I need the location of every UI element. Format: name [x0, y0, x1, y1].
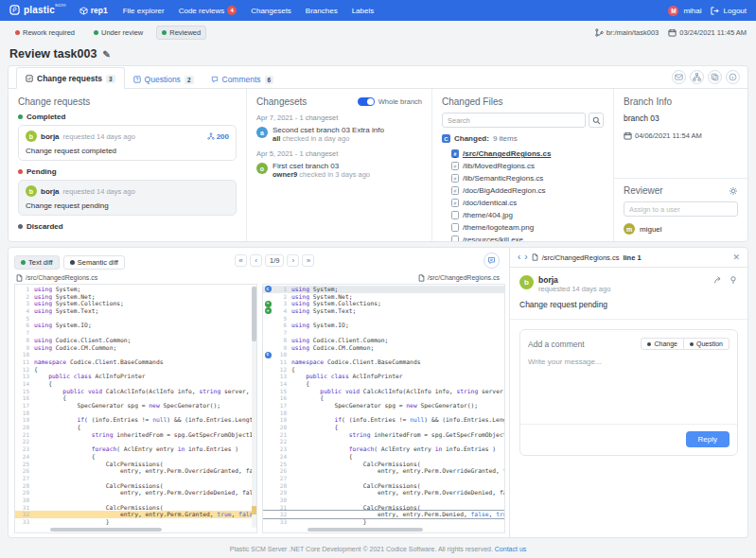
- line-number: 15: [273, 388, 291, 395]
- comments-panel-header: ‹ › /src/ChangedRegions.cs line 1 ✕: [510, 248, 747, 268]
- nav-labels[interactable]: Labels: [352, 6, 375, 15]
- type-question-button[interactable]: Question: [684, 338, 730, 350]
- message-icon[interactable]: [672, 70, 686, 84]
- lightbulb-icon[interactable]: [729, 275, 738, 285]
- status-under-review[interactable]: Under review: [88, 26, 149, 40]
- file-search-input[interactable]: [442, 113, 586, 128]
- change-requests-list: Completed b borja requested 14 days ago …: [18, 113, 237, 231]
- line-number: 3: [15, 300, 34, 307]
- changeset-item[interactable]: a Second cset branch 03 Extra info all c…: [256, 126, 422, 143]
- file-item[interactable]: /resources/kill.exe: [451, 234, 604, 241]
- left-horizontal-scrollbar[interactable]: [50, 528, 162, 532]
- reviewer-row[interactable]: m miguel: [624, 223, 738, 235]
- code-line: 20 {: [15, 424, 256, 431]
- mode-text-diff[interactable]: Text diff: [14, 255, 60, 270]
- edit-title-icon[interactable]: ✎: [102, 49, 110, 60]
- code-line: 17 SpecGenerator spg = new SpecGenerator…: [15, 402, 256, 410]
- file-icon: #: [451, 199, 459, 207]
- changed-summary[interactable]: C Changed: 9 items: [442, 134, 604, 143]
- line-number: 28: [273, 482, 291, 490]
- type-change-button[interactable]: Change: [641, 338, 684, 350]
- file-item[interactable]: #/src/ChangedRegions.cs: [451, 148, 604, 160]
- line-number: 15: [15, 388, 34, 395]
- change-request-card[interactable]: b borja requested 14 days ago 200 Change…: [18, 125, 237, 161]
- reply-button[interactable]: Reply: [686, 431, 730, 447]
- share-icon[interactable]: [713, 275, 723, 285]
- comment-marker-icon[interactable]: c: [265, 286, 272, 292]
- prev-comment-button[interactable]: ‹: [518, 253, 520, 262]
- nav-changesets[interactable]: Changesets: [251, 6, 291, 15]
- tab-change-requests[interactable]: Change requests3: [16, 67, 125, 89]
- file-item[interactable]: #/lib/SemanticRegions.cs: [451, 172, 604, 184]
- close-icon[interactable]: ✕: [732, 253, 740, 262]
- comment-message-input[interactable]: [528, 357, 730, 420]
- changeset-item[interactable]: o First cset branch 03 owner9 checked in…: [256, 162, 422, 179]
- changeset-meta: all checked in a day ago: [273, 134, 384, 143]
- mode-semantic-diff[interactable]: Semantic diff: [63, 255, 125, 270]
- file-item[interactable]: #/doc/BigAddedRegion.cs: [451, 184, 604, 197]
- file-item[interactable]: #/lib/MovedRegions.cs: [451, 160, 604, 172]
- code-line: 20 {: [263, 424, 504, 431]
- info-icon[interactable]: [726, 70, 740, 84]
- code-line: 28 CalcPermissions(: [15, 482, 256, 490]
- status-reviewed[interactable]: Reviewed: [156, 26, 206, 40]
- request-author: borja: [41, 132, 60, 141]
- file-item[interactable]: /theme/404.jpg: [451, 209, 604, 221]
- repo-cube-icon: [79, 7, 88, 15]
- comment-file-name: /src/ChangedRegions.cs: [542, 253, 620, 262]
- tab-questions[interactable]: Questions2: [125, 69, 202, 89]
- source-code-right: c1using System;2using System.Net;+3using…: [262, 284, 505, 533]
- assign-reviewer-input[interactable]: [624, 201, 738, 217]
- next-diff-button[interactable]: ›: [287, 254, 299, 267]
- line-number: 21: [273, 431, 291, 439]
- toggle-comments-button[interactable]: [483, 253, 500, 269]
- status-rework-required[interactable]: Rework required: [9, 26, 80, 40]
- next-comment-button[interactable]: ›: [524, 253, 527, 262]
- modified-line-marker: [252, 506, 256, 514]
- last-diff-button[interactable]: »: [302, 254, 314, 267]
- request-text: Change request pending: [26, 201, 229, 210]
- whole-branch-label: Whole branch: [378, 97, 422, 106]
- user-name: mihai: [683, 7, 701, 15]
- scrollbar-thumb[interactable]: [252, 287, 256, 341]
- code-line: 21 string inheritedFrom = spg.GetSpecFro…: [15, 431, 256, 439]
- first-diff-button[interactable]: «: [235, 254, 247, 267]
- request-author: borja: [41, 187, 60, 196]
- code-line: 4using System.Text;: [15, 307, 256, 315]
- changeset-link[interactable]: 200: [207, 132, 229, 141]
- file-item[interactable]: #/doc/Identical.cs: [451, 197, 604, 209]
- diff-navigation: « ‹ 1/9 › »: [235, 254, 314, 267]
- tab-comments[interactable]: Comments6: [202, 69, 283, 89]
- page-title: Review task003: [9, 47, 97, 61]
- tab-count-badge: 3: [106, 75, 115, 83]
- file-item[interactable]: /theme/logoteam.png: [451, 221, 604, 234]
- copy-icon[interactable]: [708, 70, 722, 84]
- review-status-legend: Rework requiredUnder reviewReviewed: [9, 26, 206, 40]
- nav-branches[interactable]: Branches: [306, 6, 338, 15]
- right-horizontal-scrollbar[interactable]: [308, 528, 423, 532]
- code-reviews-count-badge: 4: [227, 6, 237, 15]
- change-request-card[interactable]: b borja requested 14 days ago Change req…: [18, 180, 237, 216]
- line-number: 21: [15, 431, 34, 439]
- user-avatar[interactable]: M: [668, 6, 678, 16]
- plastic-scm-logo[interactable]: plasticscm: [9, 5, 66, 15]
- bubble-icon: [211, 76, 219, 83]
- comment-marker-icon[interactable]: c: [265, 352, 272, 358]
- contact-us-link[interactable]: Contact us: [495, 546, 526, 552]
- gear-icon[interactable]: [729, 186, 738, 196]
- code-line: 31 CalcPermissions(: [263, 504, 504, 512]
- search-button[interactable]: [589, 113, 604, 128]
- nav-file-explorer[interactable]: File explorer: [123, 6, 165, 15]
- file-icon: [418, 274, 425, 282]
- line-number: 20: [273, 424, 291, 431]
- logout-button[interactable]: Logout: [724, 7, 747, 15]
- left-vertical-scrollbar[interactable]: [252, 286, 256, 528]
- file-icon: [451, 211, 459, 219]
- whole-branch-toggle[interactable]: [358, 97, 375, 106]
- repo-selector[interactable]: rep1: [79, 6, 108, 15]
- code-line: 7: [263, 329, 504, 337]
- hierarchy-icon[interactable]: [690, 70, 704, 84]
- branch-spec-text: br:/main/task003: [607, 28, 659, 37]
- prev-diff-button[interactable]: ‹: [250, 254, 262, 267]
- nav-code-reviews[interactable]: Code reviews4: [179, 6, 237, 15]
